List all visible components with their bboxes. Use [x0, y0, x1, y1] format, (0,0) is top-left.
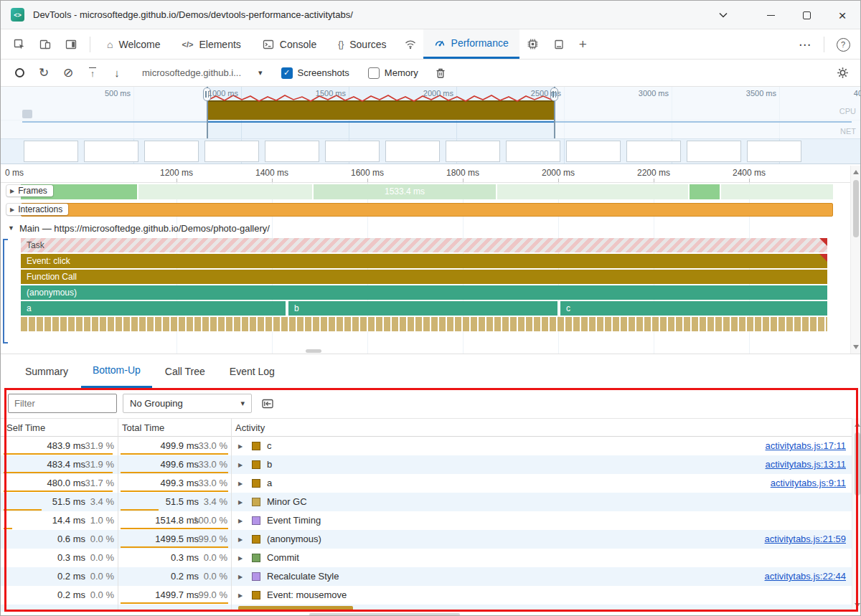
table-row[interactable]: 14.4 ms1.0 %1514.8 ms100.0 %▶Event Timin… — [1, 511, 852, 530]
expand-icon[interactable]: ▶ — [238, 493, 243, 512]
show-heaviest-stack-button[interactable] — [259, 395, 276, 412]
add-tab-button[interactable]: + — [572, 29, 594, 59]
expand-icon[interactable]: ▶ — [238, 549, 243, 568]
capture-settings-button[interactable] — [830, 62, 855, 84]
frames-track-toggle[interactable]: ▶ Frames — [6, 185, 53, 196]
flame-horizontal-scroll-thumb[interactable] — [306, 349, 321, 353]
tab-console[interactable]: Console — [252, 29, 327, 59]
scroll-down-icon[interactable] — [855, 603, 860, 607]
table-row[interactable]: 483.9 ms31.9 %499.9 ms33.0 %▶cactivityta… — [1, 437, 852, 455]
tab-memory[interactable] — [519, 29, 546, 59]
flame-scrollbar[interactable] — [850, 166, 860, 354]
minimize-button[interactable] — [753, 1, 789, 29]
inspect-element-button[interactable] — [6, 29, 32, 59]
tab-call-tree[interactable]: Call Tree — [154, 354, 217, 388]
save-profile-button[interactable]: ↑ — [80, 62, 105, 84]
screenshot-thumbnail[interactable] — [325, 141, 380, 162]
table-row[interactable]: 0.6 ms0.0 %1499.5 ms99.0 %▶(anonymous)ac… — [1, 530, 852, 549]
scroll-thumb[interactable] — [853, 180, 859, 237]
trace-selector-dropdown[interactable]: microsoftedge.github.i... ▾ — [142, 67, 263, 78]
help-button[interactable]: ? — [830, 38, 856, 52]
screenshot-thumbnail[interactable] — [566, 141, 621, 162]
record-button[interactable] — [7, 62, 32, 84]
frame-segment[interactable] — [721, 184, 833, 199]
flame-bar-function-call[interactable]: Function Call — [21, 270, 827, 284]
source-link[interactable]: activitytabs.js:22:44 — [765, 567, 846, 586]
tab-performance[interactable]: Performance — [423, 29, 519, 59]
reload-and-record-button[interactable]: ↻ — [32, 62, 56, 84]
table-row[interactable]: 483.4 ms31.9 %499.6 ms33.0 %▶bactivityta… — [1, 455, 852, 474]
source-link[interactable]: activitytabs.js:9:11 — [771, 474, 846, 493]
interactions-track-toggle[interactable]: ▶ Interactions — [6, 204, 68, 215]
scroll-up-icon[interactable] — [855, 422, 860, 427]
main-track-toggle[interactable]: ▼ Main — https://microsoftedge.github.io… — [8, 220, 270, 236]
source-link[interactable]: activitytabs.js:17:11 — [766, 437, 846, 455]
scroll-thumb[interactable] — [855, 432, 860, 496]
screenshot-thumbnail[interactable] — [24, 141, 78, 162]
screenshot-thumbnail[interactable] — [144, 141, 199, 162]
flame-bar-anonymous[interactable]: (anonymous) — [21, 285, 827, 300]
column-header-activity[interactable]: Activity — [235, 419, 265, 437]
flame-bar-b[interactable]: b — [288, 301, 557, 316]
source-link[interactable]: activitytabs.js:13:11 — [766, 455, 846, 474]
flame-chart[interactable]: 1533.4 ms ▶ Frames ▶ Interactions ▼ Main… — [1, 183, 852, 354]
tab-summary[interactable]: Summary — [14, 354, 80, 388]
table-row[interactable]: 0.3 ms0.0 %0.3 ms0.0 %▶Commit — [1, 549, 852, 567]
screenshot-thumbnail[interactable] — [446, 141, 500, 162]
window-chevron-button[interactable] — [705, 1, 741, 29]
table-row[interactable]: 0.2 ms0.0 %1499.7 ms99.0 %▶Event: mousem… — [1, 586, 852, 605]
delete-recording-button[interactable] — [428, 62, 453, 84]
column-header-total-time[interactable]: Total Time — [122, 419, 164, 437]
expand-icon[interactable]: ▶ — [238, 512, 243, 531]
load-profile-button[interactable]: ↓ — [105, 62, 129, 84]
timeline-overview[interactable]: CPU NET 500 ms1000 ms1500 ms2000 ms2500 … — [1, 87, 861, 164]
close-button[interactable]: × — [824, 1, 860, 29]
tab-network-conditions[interactable] — [397, 29, 423, 59]
table-row[interactable]: 51.5 ms3.4 %51.5 ms3.4 %▶Minor GC — [1, 493, 852, 511]
flame-bar-task[interactable]: Task — [21, 238, 827, 252]
flame-bar-a[interactable]: a — [21, 301, 286, 316]
tab-welcome[interactable]: ⌂ Welcome — [96, 29, 171, 59]
memory-checkbox[interactable]: Memory — [368, 67, 418, 79]
screenshot-thumbnail[interactable] — [747, 141, 801, 162]
maximize-button[interactable] — [789, 1, 824, 29]
expand-icon[interactable]: ▶ — [238, 475, 243, 493]
expand-icon[interactable]: ▶ — [238, 587, 243, 605]
device-emulation-button[interactable] — [32, 29, 58, 59]
tab-event-log[interactable]: Event Log — [218, 354, 286, 388]
flame-mini-bars[interactable] — [21, 317, 827, 331]
screenshots-checkbox[interactable]: ✓ Screenshots — [281, 67, 349, 79]
tab-application[interactable] — [546, 29, 572, 59]
source-link[interactable]: activitytabs.js:21:59 — [765, 530, 846, 549]
frame-segment[interactable] — [138, 184, 312, 199]
column-header-self-time[interactable]: Self Time — [6, 419, 45, 437]
scroll-down-icon[interactable] — [853, 345, 859, 349]
table-row-partial[interactable] — [1, 605, 852, 612]
grouping-dropdown[interactable]: No Grouping ▾ — [123, 394, 252, 413]
filter-input[interactable] — [8, 394, 117, 413]
tab-sources[interactable]: {} Sources — [327, 29, 397, 59]
frame-segment[interactable] — [497, 184, 688, 199]
grid-scrollbar[interactable] — [852, 418, 861, 612]
expand-icon[interactable]: ▶ — [238, 456, 243, 475]
bottom-horizontal-scroll-thumb[interactable] — [309, 613, 460, 616]
frame-segment[interactable] — [690, 184, 720, 199]
flame-bar-event-click[interactable]: Event: click — [21, 254, 827, 268]
expand-icon[interactable]: ▶ — [238, 531, 243, 549]
more-options-button[interactable]: ⋯ — [792, 37, 818, 52]
screenshot-thumbnail[interactable] — [204, 141, 259, 162]
table-row[interactable]: 0.2 ms0.0 %0.2 ms0.0 %▶Recalculate Style… — [1, 567, 852, 586]
clear-recording-button[interactable]: ⊘ — [56, 62, 80, 84]
screenshot-thumbnail[interactable] — [687, 141, 741, 162]
flame-bar-c[interactable]: c — [560, 301, 827, 316]
screenshot-thumbnail[interactable] — [626, 141, 681, 162]
screenshot-thumbnail[interactable] — [506, 141, 560, 162]
scroll-up-icon[interactable] — [853, 170, 859, 174]
screenshot-thumbnail[interactable] — [385, 141, 440, 162]
tab-bottom-up[interactable]: Bottom-Up — [81, 354, 152, 388]
expand-icon[interactable]: ▶ — [238, 437, 243, 456]
table-row[interactable]: 480.0 ms31.7 %499.3 ms33.0 %▶aactivityta… — [1, 474, 852, 493]
screenshot-thumbnail[interactable] — [84, 141, 138, 162]
screenshot-thumbnail[interactable] — [265, 141, 319, 162]
expand-icon[interactable]: ▶ — [238, 568, 243, 587]
